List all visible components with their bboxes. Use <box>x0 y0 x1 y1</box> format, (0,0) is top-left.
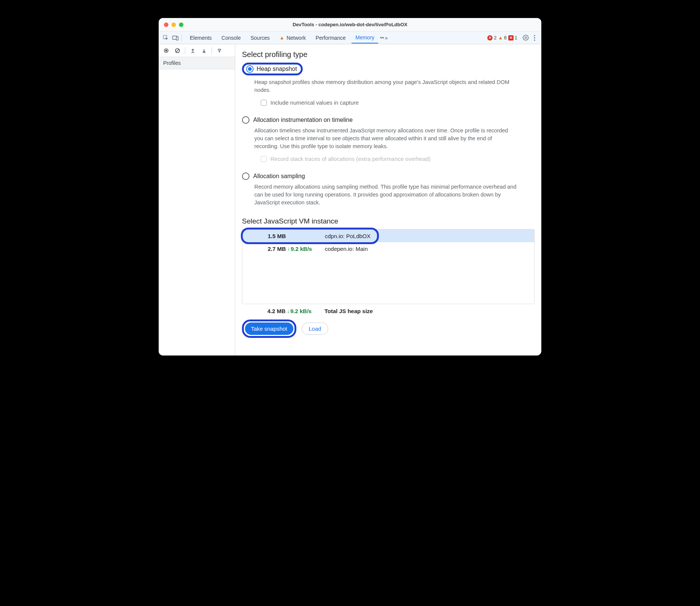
window-controls <box>164 22 183 27</box>
issue-square-icon: ✕ <box>508 35 514 40</box>
allocation-sampling-description: Record memory allocations using sampling… <box>254 183 517 207</box>
down-arrow-icon: ↓ <box>287 308 290 314</box>
close-window-icon[interactable] <box>164 22 168 27</box>
tutorial-highlight-ring: Take snapshot <box>242 320 296 338</box>
profiling-option-heap-snapshot: Heap snapshot Heap snapshot profiles sho… <box>242 63 535 106</box>
sidebar-section-profiles[interactable]: Profiles <box>159 57 235 69</box>
radio-allocation-timeline[interactable] <box>242 116 249 124</box>
tab-memory[interactable]: Memory <box>352 32 378 44</box>
total-rate-value: 9.2 kB/s <box>290 308 312 314</box>
svg-point-5 <box>534 37 535 38</box>
tab-network-label: Network <box>287 35 306 41</box>
window-title: DevTools - codepen.io/web-dot-dev/live/P… <box>159 22 541 27</box>
radio-heap-snapshot-label: Heap snapshot <box>257 66 297 72</box>
vm-row[interactable]: 2.7 MB ↓ 9.2 kB/s codepen.io: Main <box>242 242 534 255</box>
vm-row[interactable]: 1.5 MB cdpn.io: PoLdbOX <box>242 230 534 242</box>
tab-sources[interactable]: Sources <box>247 33 273 43</box>
svg-point-4 <box>534 35 535 36</box>
svg-line-10 <box>176 49 179 52</box>
garbage-collect-icon[interactable] <box>215 46 224 55</box>
record-icon[interactable] <box>162 46 171 55</box>
vm-instance-heading: Select JavaScript VM instance <box>242 217 535 225</box>
heap-snapshot-description: Heap snapshot profiles show memory distr… <box>254 78 517 94</box>
radio-allocation-timeline-label: Allocation instrumentation on timeline <box>253 117 353 123</box>
vm-row-size: 2.7 MB <box>254 246 287 252</box>
radio-allocation-sampling[interactable] <box>242 172 249 180</box>
warning-triangle-icon: ▲ <box>498 35 503 40</box>
radio-allocation-sampling-label: Allocation sampling <box>253 173 305 180</box>
load-button[interactable]: Load <box>302 322 328 335</box>
minimize-window-icon[interactable] <box>171 22 176 27</box>
vm-row-size: 1.5 MB <box>254 233 287 239</box>
vm-instance-section: Select JavaScript VM instance 1.5 MB cdp… <box>242 217 535 338</box>
issues-badge[interactable]: ✕ 1 <box>508 35 517 40</box>
profiling-option-allocation-sampling: Allocation sampling Record memory alloca… <box>242 172 535 207</box>
svg-rect-2 <box>176 37 178 40</box>
total-label: Total JS heap size <box>319 308 373 314</box>
include-numerical-values-checkbox-row: Include numerical values in capture <box>261 99 535 106</box>
profiling-option-allocation-timeline: Allocation instrumentation on timeline A… <box>242 116 535 162</box>
clear-icon[interactable] <box>173 46 182 55</box>
window-titlebar: DevTools - codepen.io/web-dot-dev/live/P… <box>159 18 541 32</box>
vm-row-name: cdpn.io: PoLdbOX <box>320 233 371 239</box>
upload-icon[interactable] <box>188 46 197 55</box>
record-stack-traces-label: Record stack traces of allocations (extr… <box>270 156 431 162</box>
devtools-window: DevTools - codepen.io/web-dot-dev/live/P… <box>159 18 541 356</box>
issues-count: 1 <box>515 35 517 40</box>
profiles-sidebar: Profiles <box>159 44 235 356</box>
warning-triangle-icon: ▲ <box>279 35 284 40</box>
panel-tabs: Elements Console Sources ▲ Network Perfo… <box>186 32 378 43</box>
errors-badge[interactable]: ✕ 2 <box>487 35 496 40</box>
tab-performance[interactable]: Performance <box>312 33 349 43</box>
error-circle-icon: ✕ <box>487 35 493 40</box>
inspect-element-icon[interactable] <box>161 33 171 43</box>
warnings-badge[interactable]: ▲ 6 <box>498 35 507 40</box>
tab-console[interactable]: Console <box>218 33 244 43</box>
tab-network[interactable]: ▲ Network <box>276 33 309 43</box>
status-badges: ✕ 2 ▲ 6 ✕ 1 <box>487 35 517 40</box>
more-tabs-icon[interactable]: » <box>380 34 388 42</box>
download-icon[interactable] <box>200 46 209 55</box>
memory-panel-main: Select profiling type Heap snapshot Heap… <box>235 44 541 356</box>
tab-elements[interactable]: Elements <box>186 33 215 43</box>
record-stack-traces-checkbox-row: Record stack traces of allocations (extr… <box>261 156 535 162</box>
maximize-window-icon[interactable] <box>179 22 183 27</box>
down-arrow-icon: ↓ <box>287 246 290 252</box>
total-size: 4.2 MB <box>253 308 287 314</box>
svg-point-8 <box>165 50 167 51</box>
device-toolbar-icon[interactable] <box>171 33 180 43</box>
svg-point-3 <box>525 37 526 38</box>
total-rate: ↓ 9.2 kB/s <box>287 308 319 314</box>
allocation-timeline-description: Allocation timelines show instrumented J… <box>254 127 517 150</box>
vm-row-name: codepen.io: Main <box>320 246 368 252</box>
record-stack-traces-checkbox <box>261 156 267 162</box>
profiles-toolbar <box>159 44 235 57</box>
include-numerical-values-label: Include numerical values in capture <box>270 99 359 106</box>
tutorial-highlight-ring: Heap snapshot <box>242 63 303 75</box>
radio-heap-snapshot[interactable] <box>246 65 254 73</box>
warnings-count: 6 <box>504 35 507 40</box>
actions-row: Take snapshot Load <box>242 320 535 338</box>
svg-point-6 <box>534 39 535 40</box>
include-numerical-values-checkbox[interactable] <box>261 100 267 106</box>
vm-total-row: 4.2 MB ↓ 9.2 kB/s Total JS heap size <box>242 304 535 314</box>
vm-instance-table: 1.5 MB cdpn.io: PoLdbOX 2.7 MB ↓ 9.2 kB/… <box>242 229 535 304</box>
vm-row-rate: ↓ 9.2 kB/s <box>287 246 320 252</box>
profiling-type-heading: Select profiling type <box>242 50 535 59</box>
take-snapshot-button[interactable]: Take snapshot <box>245 322 293 335</box>
vm-row-rate-value: 9.2 kB/s <box>291 246 312 252</box>
more-menu-icon[interactable] <box>530 33 539 42</box>
devtools-tabs-bar: Elements Console Sources ▲ Network Perfo… <box>159 32 541 44</box>
errors-count: 2 <box>494 35 496 40</box>
settings-gear-icon[interactable] <box>521 33 530 42</box>
